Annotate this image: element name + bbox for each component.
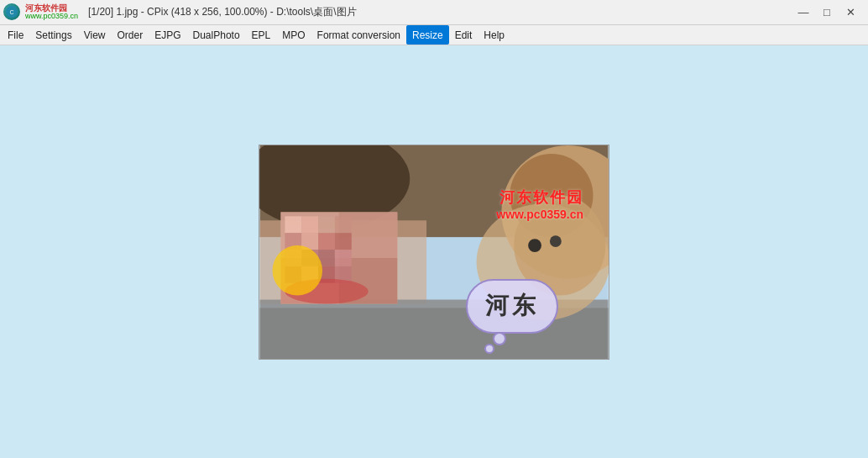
speech-bubble: 河东 (466, 279, 558, 334)
svg-rect-22 (335, 233, 352, 250)
menu-item-ejpg[interactable]: EJPG (149, 25, 186, 45)
watermark-cn-text: 河东软件园 (499, 187, 583, 208)
menu-item-epl[interactable]: EPL (246, 25, 277, 45)
menu-bar: FileSettingsViewOrderEJPGDualPhotoEPLMPO… (0, 25, 868, 45)
svg-rect-18 (335, 216, 352, 233)
window-title: [1/20] 1.jpg - CPix (418 x 256, 100.00%)… (88, 5, 356, 19)
svg-text:C: C (9, 9, 13, 15)
svg-point-37 (550, 235, 562, 247)
svg-rect-21 (318, 233, 335, 250)
minimize-button[interactable]: — (792, 4, 814, 21)
menu-item-format-conversion[interactable]: Format conversion (311, 25, 406, 45)
menu-item-settings[interactable]: Settings (29, 25, 77, 45)
svg-rect-16 (301, 216, 318, 233)
watermark-url-text: www.pc0359.cn (496, 208, 583, 221)
image-background (259, 145, 609, 359)
maximize-button[interactable]: □ (816, 4, 838, 21)
close-button[interactable]: ✕ (839, 4, 861, 21)
menu-item-order[interactable]: Order (112, 25, 149, 45)
svg-point-33 (273, 245, 323, 296)
image-container: 河东软件园 www.pc0359.cn 河东 (259, 145, 609, 360)
watermark-overlay: 河东软件园 www.pc0359.cn (496, 187, 583, 221)
title-bar: C 河东软件园 www.pc0359.cn [1/20] 1.jpg - CPi… (0, 0, 868, 25)
svg-rect-17 (318, 216, 335, 233)
window-controls: — □ ✕ (792, 4, 861, 21)
menu-item-view[interactable]: View (78, 25, 112, 45)
menu-item-resize[interactable]: Resize (406, 25, 449, 45)
svg-rect-26 (335, 250, 352, 266)
svg-rect-15 (285, 216, 301, 233)
svg-point-36 (528, 239, 541, 252)
menu-item-dualphoto[interactable]: DualPhoto (187, 25, 246, 45)
app-logo-icon: C (3, 3, 20, 20)
menu-item-edit[interactable]: Edit (449, 25, 478, 45)
title-bar-left: C 河东软件园 www.pc0359.cn [1/20] 1.jpg - CPi… (3, 3, 357, 21)
main-content: 河东软件园 www.pc0359.cn 河东 (0, 45, 868, 458)
bubble-text: 河东 (485, 290, 539, 322)
title-watermark: 河东软件园 www.pc0359.cn (25, 3, 78, 21)
menu-item-file[interactable]: File (2, 25, 29, 45)
menu-item-help[interactable]: Help (478, 25, 510, 45)
menu-item-mpo[interactable]: MPO (276, 25, 311, 45)
